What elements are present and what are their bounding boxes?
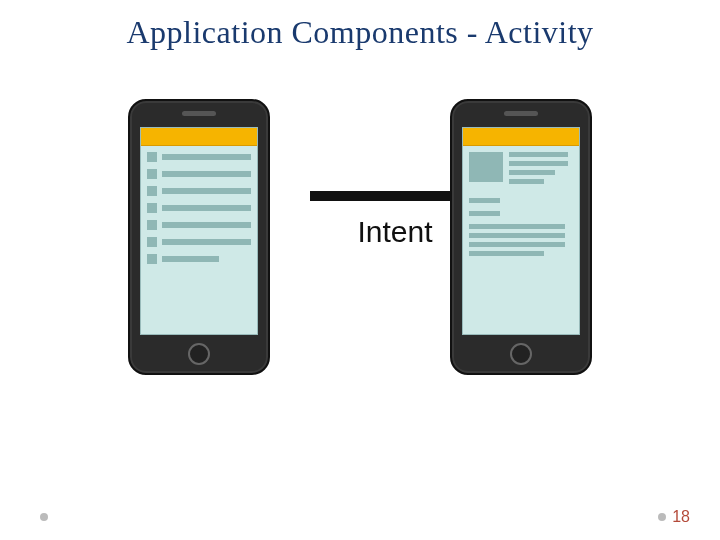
thumb-icon (147, 220, 157, 230)
thumb-icon (147, 186, 157, 196)
text-placeholder (162, 171, 251, 177)
page-title: Application Components - Activity (40, 14, 680, 51)
text-placeholder (162, 154, 251, 160)
detail-view (463, 146, 579, 266)
slide-footer: 18 (40, 508, 690, 526)
text-placeholder (162, 222, 251, 228)
list-view (141, 146, 257, 277)
diagram-stage: Intent (40, 81, 680, 481)
thumb-icon (147, 152, 157, 162)
phone-target (450, 99, 592, 375)
bullet-icon (658, 513, 666, 521)
app-header-bar (463, 128, 579, 146)
detail-heading-lines (509, 152, 573, 184)
text-placeholder (162, 205, 251, 211)
thumb-icon (147, 203, 157, 213)
list-item (147, 237, 251, 247)
app-header-bar (141, 128, 257, 146)
phone-source (128, 99, 270, 375)
text-placeholder (509, 152, 568, 157)
thumb-icon (147, 237, 157, 247)
text-placeholder (162, 239, 251, 245)
list-item (147, 203, 251, 213)
home-button-icon (188, 343, 210, 365)
home-button-icon (510, 343, 532, 365)
phone-speaker-icon (504, 111, 538, 116)
page-number-group: 18 (658, 508, 690, 526)
thumb-icon (147, 254, 157, 264)
page-number: 18 (672, 508, 690, 526)
image-placeholder-icon (469, 152, 503, 182)
list-item (147, 254, 251, 264)
list-item (147, 186, 251, 196)
list-item (147, 220, 251, 230)
text-placeholder (162, 188, 251, 194)
phone-target-screen (462, 127, 580, 335)
text-placeholder (469, 233, 565, 238)
phone-speaker-icon (182, 111, 216, 116)
paragraph-placeholder (469, 224, 573, 256)
phone-source-screen (140, 127, 258, 335)
text-placeholder (162, 256, 219, 262)
text-placeholder (509, 170, 555, 175)
thumb-icon (147, 169, 157, 179)
text-placeholder (509, 179, 544, 184)
text-placeholder (469, 251, 544, 256)
list-item (147, 152, 251, 162)
detail-hero (469, 152, 573, 184)
list-item (147, 169, 251, 179)
bullet-icon (40, 513, 48, 521)
text-placeholder (469, 224, 565, 229)
text-placeholder (469, 242, 565, 247)
slide: Application Components - Activity (0, 0, 720, 540)
text-placeholder (509, 161, 568, 166)
